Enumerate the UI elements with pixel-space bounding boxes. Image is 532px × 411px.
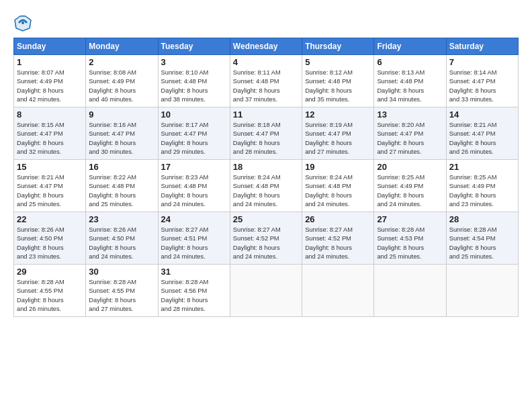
calendar-cell: 25Sunrise: 8:27 AMSunset: 4:52 PMDayligh… <box>230 212 302 265</box>
calendar-cell <box>230 265 302 317</box>
cell-text: Sunrise: 8:10 AMSunset: 4:48 PMDaylight:… <box>161 68 227 105</box>
calendar-cell: 14Sunrise: 8:21 AMSunset: 4:47 PMDayligh… <box>446 107 518 160</box>
calendar-cell: 3Sunrise: 8:10 AMSunset: 4:48 PMDaylight… <box>158 55 230 107</box>
cell-text: Sunrise: 8:28 AMSunset: 4:55 PMDaylight:… <box>17 278 83 314</box>
calendar-cell: 22Sunrise: 8:26 AMSunset: 4:50 PMDayligh… <box>14 212 86 265</box>
calendar-cell: 15Sunrise: 8:21 AMSunset: 4:47 PMDayligh… <box>14 160 86 212</box>
day-number: 18 <box>233 162 299 172</box>
day-number: 2 <box>89 57 154 67</box>
calendar-cell: 23Sunrise: 8:26 AMSunset: 4:50 PMDayligh… <box>86 212 158 265</box>
calendar-cell <box>446 265 518 317</box>
week-row-3: 22Sunrise: 8:26 AMSunset: 4:50 PMDayligh… <box>14 212 519 265</box>
day-number: 16 <box>89 162 154 172</box>
cell-text: Sunrise: 8:27 AMSunset: 4:51 PMDaylight:… <box>161 226 227 262</box>
cell-text: Sunrise: 8:15 AMSunset: 4:47 PMDaylight:… <box>17 121 83 157</box>
week-row-4: 29Sunrise: 8:28 AMSunset: 4:55 PMDayligh… <box>14 265 519 317</box>
cell-text: Sunrise: 8:21 AMSunset: 4:47 PMDaylight:… <box>17 173 83 210</box>
cell-text: Sunrise: 8:20 AMSunset: 4:47 PMDaylight:… <box>377 121 443 157</box>
calendar-cell <box>302 265 374 317</box>
day-number: 26 <box>305 214 371 224</box>
cell-text: Sunrise: 8:24 AMSunset: 4:48 PMDaylight:… <box>305 173 371 210</box>
calendar-cell: 31Sunrise: 8:28 AMSunset: 4:56 PMDayligh… <box>158 265 230 317</box>
calendar-cell: 9Sunrise: 8:16 AMSunset: 4:47 PMDaylight… <box>86 107 158 160</box>
day-number: 13 <box>377 109 443 120</box>
cell-text: Sunrise: 8:25 AMSunset: 4:49 PMDaylight:… <box>449 173 515 210</box>
cell-text: Sunrise: 8:14 AMSunset: 4:47 PMDaylight:… <box>449 68 515 105</box>
day-number: 27 <box>377 214 443 224</box>
calendar-cell: 30Sunrise: 8:28 AMSunset: 4:55 PMDayligh… <box>86 265 158 317</box>
cell-text: Sunrise: 8:17 AMSunset: 4:47 PMDaylight:… <box>161 121 227 157</box>
cell-text: Sunrise: 8:16 AMSunset: 4:47 PMDaylight:… <box>89 121 154 157</box>
calendar-cell: 16Sunrise: 8:22 AMSunset: 4:48 PMDayligh… <box>86 160 158 212</box>
day-number: 17 <box>161 162 227 172</box>
day-number: 22 <box>17 214 83 224</box>
calendar-cell: 4Sunrise: 8:11 AMSunset: 4:48 PMDaylight… <box>230 55 302 107</box>
day-number: 29 <box>17 267 83 277</box>
day-number: 30 <box>89 267 154 277</box>
calendar-cell: 20Sunrise: 8:25 AMSunset: 4:49 PMDayligh… <box>374 160 446 212</box>
cell-text: Sunrise: 8:28 AMSunset: 4:54 PMDaylight:… <box>449 226 515 262</box>
calendar-header: SundayMondayTuesdayWednesdayThursdayFrid… <box>14 38 519 55</box>
week-row-1: 8Sunrise: 8:15 AMSunset: 4:47 PMDaylight… <box>14 107 519 160</box>
cell-text: Sunrise: 8:22 AMSunset: 4:48 PMDaylight:… <box>89 173 154 210</box>
weekday-header-wednesday: Wednesday <box>230 38 302 55</box>
day-number: 7 <box>449 57 515 67</box>
day-number: 23 <box>89 214 154 224</box>
calendar-cell: 1Sunrise: 8:07 AMSunset: 4:49 PMDaylight… <box>14 55 86 107</box>
weekday-row: SundayMondayTuesdayWednesdayThursdayFrid… <box>14 38 519 55</box>
calendar-cell: 5Sunrise: 8:12 AMSunset: 4:48 PMDaylight… <box>302 55 374 107</box>
weekday-header-sunday: Sunday <box>14 38 86 55</box>
day-number: 9 <box>89 109 154 120</box>
day-number: 3 <box>161 57 227 67</box>
cell-text: Sunrise: 8:08 AMSunset: 4:49 PMDaylight:… <box>89 68 154 105</box>
calendar-cell: 29Sunrise: 8:28 AMSunset: 4:55 PMDayligh… <box>14 265 86 317</box>
calendar-cell: 11Sunrise: 8:18 AMSunset: 4:47 PMDayligh… <box>230 107 302 160</box>
day-number: 6 <box>377 57 443 67</box>
cell-text: Sunrise: 8:21 AMSunset: 4:47 PMDaylight:… <box>449 121 515 157</box>
calendar-cell: 13Sunrise: 8:20 AMSunset: 4:47 PMDayligh… <box>374 107 446 160</box>
day-number: 4 <box>233 57 299 67</box>
day-number: 11 <box>233 109 299 120</box>
cell-text: Sunrise: 8:25 AMSunset: 4:49 PMDaylight:… <box>377 173 443 210</box>
day-number: 5 <box>305 57 371 67</box>
day-number: 12 <box>305 109 371 120</box>
cell-text: Sunrise: 8:28 AMSunset: 4:55 PMDaylight:… <box>89 278 154 314</box>
calendar-cell: 19Sunrise: 8:24 AMSunset: 4:48 PMDayligh… <box>302 160 374 212</box>
cell-text: Sunrise: 8:27 AMSunset: 4:52 PMDaylight:… <box>233 226 299 262</box>
cell-text: Sunrise: 8:19 AMSunset: 4:47 PMDaylight:… <box>305 121 371 157</box>
cell-text: Sunrise: 8:26 AMSunset: 4:50 PMDaylight:… <box>89 226 154 262</box>
cell-text: Sunrise: 8:11 AMSunset: 4:48 PMDaylight:… <box>233 68 299 105</box>
week-row-0: 1Sunrise: 8:07 AMSunset: 4:49 PMDaylight… <box>14 55 519 107</box>
day-number: 15 <box>17 162 83 172</box>
week-row-2: 15Sunrise: 8:21 AMSunset: 4:47 PMDayligh… <box>14 160 519 212</box>
cell-text: Sunrise: 8:07 AMSunset: 4:49 PMDaylight:… <box>17 68 83 105</box>
cell-text: Sunrise: 8:23 AMSunset: 4:48 PMDaylight:… <box>161 173 227 210</box>
day-number: 19 <box>305 162 371 172</box>
calendar-cell: 8Sunrise: 8:15 AMSunset: 4:47 PMDaylight… <box>14 107 86 160</box>
calendar-cell: 6Sunrise: 8:13 AMSunset: 4:48 PMDaylight… <box>374 55 446 107</box>
cell-text: Sunrise: 8:13 AMSunset: 4:48 PMDaylight:… <box>377 68 443 105</box>
calendar-cell: 18Sunrise: 8:24 AMSunset: 4:48 PMDayligh… <box>230 160 302 212</box>
calendar-cell: 21Sunrise: 8:25 AMSunset: 4:49 PMDayligh… <box>446 160 518 212</box>
weekday-header-tuesday: Tuesday <box>158 38 230 55</box>
calendar-cell: 28Sunrise: 8:28 AMSunset: 4:54 PMDayligh… <box>446 212 518 265</box>
calendar-cell: 27Sunrise: 8:28 AMSunset: 4:53 PMDayligh… <box>374 212 446 265</box>
calendar-table: SundayMondayTuesdayWednesdayThursdayFrid… <box>13 38 519 317</box>
weekday-header-saturday: Saturday <box>446 38 518 55</box>
day-number: 25 <box>233 214 299 224</box>
calendar-cell: 24Sunrise: 8:27 AMSunset: 4:51 PMDayligh… <box>158 212 230 265</box>
calendar-cell: 10Sunrise: 8:17 AMSunset: 4:47 PMDayligh… <box>158 107 230 160</box>
cell-text: Sunrise: 8:27 AMSunset: 4:52 PMDaylight:… <box>305 226 371 262</box>
calendar-cell <box>374 265 446 317</box>
day-number: 24 <box>161 214 227 224</box>
day-number: 20 <box>377 162 443 172</box>
calendar-cell: 12Sunrise: 8:19 AMSunset: 4:47 PMDayligh… <box>302 107 374 160</box>
cell-text: Sunrise: 8:28 AMSunset: 4:56 PMDaylight:… <box>161 278 227 314</box>
weekday-header-monday: Monday <box>86 38 158 55</box>
logo <box>13 13 35 32</box>
day-number: 8 <box>17 109 83 120</box>
logo-icon <box>13 13 32 32</box>
calendar-cell: 26Sunrise: 8:27 AMSunset: 4:52 PMDayligh… <box>302 212 374 265</box>
cell-text: Sunrise: 8:24 AMSunset: 4:48 PMDaylight:… <box>233 173 299 210</box>
calendar-cell: 2Sunrise: 8:08 AMSunset: 4:49 PMDaylight… <box>86 55 158 107</box>
